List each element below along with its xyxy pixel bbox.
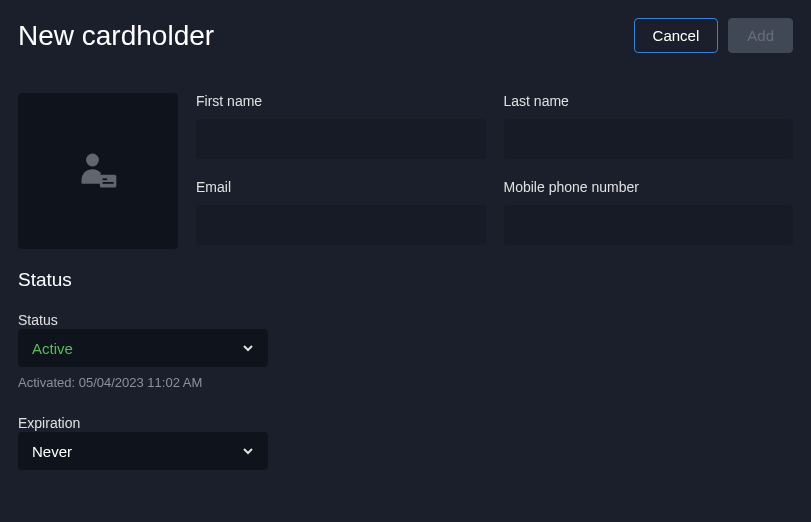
mobile-label: Mobile phone number [504,179,794,195]
svg-rect-1 [100,175,116,188]
photo-upload-area[interactable] [18,93,178,249]
status-select-value: Active [32,340,73,357]
first-name-input[interactable] [196,119,486,159]
svg-rect-3 [103,182,114,184]
svg-point-0 [86,154,99,167]
status-select[interactable]: Active [18,329,268,367]
status-section-title: Status [18,269,793,291]
person-badge-icon [76,149,120,193]
email-field-group: Email [196,179,486,249]
last-name-label: Last name [504,93,794,109]
expiration-label: Expiration [18,415,80,431]
header-actions: Cancel Add [634,18,793,53]
first-name-label: First name [196,93,486,109]
last-name-field-group: Last name [504,93,794,163]
chevron-down-icon [242,445,254,457]
add-button[interactable]: Add [728,18,793,53]
first-name-field-group: First name [196,93,486,163]
email-label: Email [196,179,486,195]
mobile-field-group: Mobile phone number [504,179,794,249]
chevron-down-icon [242,342,254,354]
mobile-input[interactable] [504,205,794,245]
status-label: Status [18,312,58,328]
activated-timestamp: Activated: 05/04/2023 11:02 AM [18,375,268,390]
expiration-select-value: Never [32,443,72,460]
email-input[interactable] [196,205,486,245]
last-name-input[interactable] [504,119,794,159]
expiration-select[interactable]: Never [18,432,268,470]
page-title: New cardholder [18,20,214,52]
svg-rect-2 [103,178,108,180]
cancel-button[interactable]: Cancel [634,18,719,53]
